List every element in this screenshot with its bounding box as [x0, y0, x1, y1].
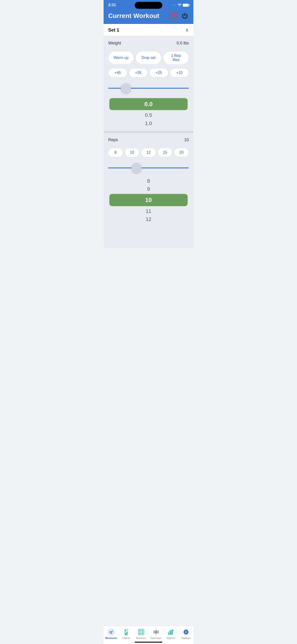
reps-selected-value: 10 [109, 194, 188, 206]
rep-10-button[interactable]: 10 [125, 148, 140, 157]
plus45-button[interactable]: +45 [108, 68, 127, 78]
rep-max-button[interactable]: 1 Rep Max [163, 51, 189, 64]
reps-pills: 8 10 12 15 20 [104, 147, 194, 160]
weight-picker-05: 0.5 [145, 111, 152, 119]
reps-section: Reps 10 [104, 133, 194, 147]
weight-slider-thumb[interactable] [121, 83, 131, 93]
status-icons: ···· [172, 3, 189, 7]
weight-slider-container [104, 80, 194, 95]
reps-picker[interactable]: 8 9 10 11 12 [104, 174, 194, 227]
weight-value: 0.0 lbs [176, 41, 189, 46]
reps-picker-8: 8 [147, 177, 150, 185]
reps-row: Reps 10 [108, 136, 189, 145]
weight-picker-10: 1.0 [145, 119, 152, 127]
reps-slider-line [108, 168, 189, 168]
header-actions [169, 12, 189, 20]
plus25-button[interactable]: +25 [150, 68, 168, 78]
set-title: Set 1 [108, 28, 119, 33]
reps-value: 10 [184, 138, 189, 142]
rep-12-button[interactable]: 12 [141, 148, 156, 157]
weight-label: Weight [108, 41, 121, 46]
battery-icon [183, 4, 189, 7]
warm-up-button[interactable]: Warm up [108, 51, 134, 64]
signal-dots: ···· [172, 4, 176, 6]
page-title: Current Workout [108, 12, 159, 20]
reps-slider-thumb[interactable] [132, 163, 142, 173]
weight-slider-track[interactable] [108, 82, 189, 94]
weight-type-pills: Warm up Drop set 1 Rep Max [104, 50, 194, 67]
rep-20-button[interactable]: 20 [174, 148, 189, 157]
plus35-button[interactable]: +35 [129, 68, 148, 78]
wifi-icon [178, 3, 182, 7]
section-divider-1 [104, 131, 194, 133]
status-bar: 2:31 ···· [104, 0, 194, 9]
weight-picker[interactable]: 0.0 0.5 1.0 [104, 95, 194, 131]
weight-slider-line [108, 88, 189, 89]
weight-increment-pills: +45 +35 +25 +10 [104, 67, 194, 80]
drop-set-button[interactable]: Drop set [136, 51, 161, 64]
reps-slider-container [104, 160, 194, 174]
power-button[interactable] [181, 12, 189, 20]
status-time: 2:31 [108, 3, 116, 7]
weight-row: Weight 0.0 lbs [108, 40, 189, 48]
reps-picker-9: 9 [147, 185, 150, 193]
rep-15-button[interactable]: 15 [158, 148, 172, 157]
reps-picker-12: 12 [146, 215, 151, 223]
cancel-button[interactable] [169, 12, 178, 20]
collapse-icon[interactable]: ∧ [185, 27, 189, 33]
plus10-button[interactable]: +10 [170, 68, 189, 78]
reps-label: Reps [108, 138, 118, 142]
reps-picker-11: 11 [146, 207, 151, 215]
weight-section: Weight 0.0 lbs [104, 36, 194, 50]
weight-selected-value: 0.0 [109, 98, 188, 110]
header: Current Workout [104, 9, 194, 24]
set-header: Set 1 ∧ [104, 24, 194, 36]
main-content: Set 1 ∧ Weight 0.0 lbs Warm up Drop set … [104, 24, 194, 248]
reps-slider-track[interactable] [108, 162, 189, 174]
notch [135, 2, 162, 9]
rep-8-button[interactable]: 8 [108, 148, 123, 157]
